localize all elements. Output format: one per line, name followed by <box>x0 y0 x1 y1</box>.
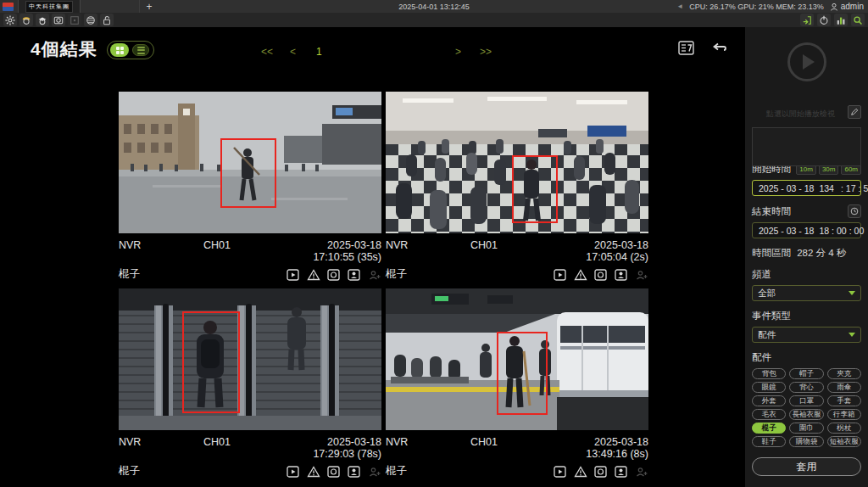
accessory-chip-1[interactable]: 帽子 <box>789 368 823 379</box>
play-video-button[interactable] <box>286 268 300 281</box>
card-timestamp: 2025-03-18 17:05:04 (2s) <box>551 239 648 263</box>
result-thumbnail[interactable] <box>386 92 648 233</box>
end-hour-value: 18 <box>819 226 829 236</box>
result-thumbnail[interactable] <box>386 288 648 430</box>
result-thumbnail[interactable] <box>119 92 381 233</box>
interval-label: 時間區間 <box>752 248 791 258</box>
titlebar: 中天科技集團 + 2025-04-01 13:12:45 ◄ CPU: 26.1… <box>0 0 868 13</box>
accessory-chip-9[interactable]: 毛衣 <box>752 409 786 420</box>
accessory-chip-6[interactable]: 外套 <box>752 395 786 406</box>
person-info-button[interactable] <box>347 268 361 281</box>
card-label: 棍子 <box>119 464 140 479</box>
page-next-button[interactable]: > <box>455 46 461 58</box>
page-first-button[interactable]: << <box>261 46 273 58</box>
accessory-chip-10[interactable]: 長袖衣服 <box>789 409 823 420</box>
export-button[interactable] <box>800 14 814 26</box>
view-toggle <box>107 41 154 59</box>
frame-icon <box>70 15 80 25</box>
accessory-chip-3[interactable]: 眼鏡 <box>752 382 786 393</box>
card-channel: CH01 <box>203 239 284 263</box>
grid-icon <box>116 47 124 54</box>
end-time-field[interactable]: 2025 - 03 - 18 18: 00: 00 <box>752 222 861 238</box>
page-prev-button[interactable]: < <box>290 46 296 58</box>
clock-icon <box>850 207 859 216</box>
start-minute-value: 17 <box>846 183 856 193</box>
accessory-chip-12[interactable]: 棍子 <box>752 423 786 434</box>
preview-play-button[interactable] <box>787 42 826 81</box>
accessory-chip-8[interactable]: 手套 <box>827 395 861 406</box>
accessory-chip-7[interactable]: 口罩 <box>789 395 823 406</box>
settings-button[interactable] <box>3 14 17 26</box>
network-button[interactable] <box>84 14 97 26</box>
card-label: 棍子 <box>119 267 140 282</box>
face-search-button[interactable] <box>19 14 33 26</box>
accessory-chip-17[interactable]: 短袖衣服 <box>827 436 861 447</box>
snapshot-button[interactable] <box>326 465 341 478</box>
camera-button[interactable] <box>52 14 65 26</box>
channel-select[interactable]: 全部 <box>752 285 861 301</box>
alarm-button[interactable] <box>306 268 320 281</box>
person-add-button[interactable] <box>367 268 381 281</box>
play-video-button[interactable] <box>553 268 567 281</box>
preview-drop-area[interactable] <box>752 127 861 166</box>
play-video-button[interactable] <box>286 465 300 478</box>
user-icon <box>830 3 838 11</box>
batch-select-button[interactable] <box>678 41 694 55</box>
person-add-button[interactable] <box>367 465 381 478</box>
export-icon <box>802 15 812 25</box>
stats-button[interactable] <box>834 14 848 26</box>
new-tab-button[interactable]: + <box>140 1 159 13</box>
accessory-chip-5[interactable]: 雨傘 <box>827 382 861 393</box>
person-info-button[interactable] <box>614 268 628 281</box>
page-current[interactable]: 1 <box>316 46 322 58</box>
frame-button[interactable] <box>68 14 81 26</box>
app-tab[interactable]: 中天科技集團 <box>18 0 81 13</box>
face-detect-button[interactable] <box>36 14 49 26</box>
card-label: 棍子 <box>386 267 407 282</box>
power-button[interactable] <box>817 14 831 26</box>
accessory-chip-4[interactable]: 背心 <box>789 382 823 393</box>
card-source: NVR <box>119 436 203 460</box>
now-button[interactable] <box>848 204 861 218</box>
event-type-value: 配件 <box>758 329 776 341</box>
result-thumbnail[interactable] <box>119 288 381 430</box>
snapshot-button[interactable] <box>326 268 341 281</box>
accessory-chip-0[interactable]: 背包 <box>752 368 786 379</box>
accessories-label: 配件 <box>752 351 771 364</box>
accessory-chip-13[interactable]: 圍巾 <box>789 423 823 434</box>
alarm-button[interactable] <box>573 465 587 478</box>
result-card: NVR CH01 2025-03-18 17:29:03 (78s) 棍子 <box>119 288 381 479</box>
search-button[interactable] <box>851 14 865 26</box>
person-add-button[interactable] <box>634 268 648 281</box>
accessory-chip-14[interactable]: 柺杖 <box>827 423 861 434</box>
accessory-chip-11[interactable]: 行李箱 <box>827 409 861 420</box>
chevron-down-icon <box>849 291 855 295</box>
start-time-field[interactable]: 2025 - 03 - 18 134: 17: 56 <box>752 180 861 196</box>
person-add-button[interactable] <box>634 465 648 478</box>
accessory-chip-2[interactable]: 夾克 <box>827 368 861 379</box>
grid-view-button[interactable] <box>110 43 129 57</box>
alarm-button[interactable] <box>306 465 320 478</box>
user-menu[interactable]: admin <box>830 2 864 11</box>
card-source: NVR <box>386 436 470 460</box>
card-timestamp: 2025-03-18 17:10:55 (35s) <box>284 239 381 263</box>
edit-button[interactable] <box>848 105 861 119</box>
list-view-button[interactable] <box>132 44 149 56</box>
accessory-chip-15[interactable]: 鞋子 <box>752 436 786 447</box>
collapse-icon[interactable]: ◄ <box>676 3 683 10</box>
apply-button[interactable]: 套用 <box>752 457 861 476</box>
accessory-chip-16[interactable]: 購物袋 <box>789 436 823 447</box>
snapshot-button[interactable] <box>593 268 608 281</box>
person-info-button[interactable] <box>614 465 628 478</box>
person-info-button[interactable] <box>347 465 361 478</box>
play-video-button[interactable] <box>553 465 567 478</box>
accessories-grid: 背包帽子夾克眼鏡背心雨傘外套口罩手套毛衣長袖衣服行李箱棍子圍巾柺杖鞋子購物袋短袖… <box>752 368 861 447</box>
unlock-button[interactable] <box>100 14 114 26</box>
channel-value: 全部 <box>758 288 776 299</box>
event-type-select[interactable]: 配件 <box>752 327 861 343</box>
snapshot-button[interactable] <box>593 465 608 478</box>
alarm-button[interactable] <box>573 268 587 281</box>
start-second-value: 56 <box>863 183 868 193</box>
back-button[interactable] <box>711 42 726 54</box>
page-last-button[interactable]: >> <box>480 46 492 58</box>
